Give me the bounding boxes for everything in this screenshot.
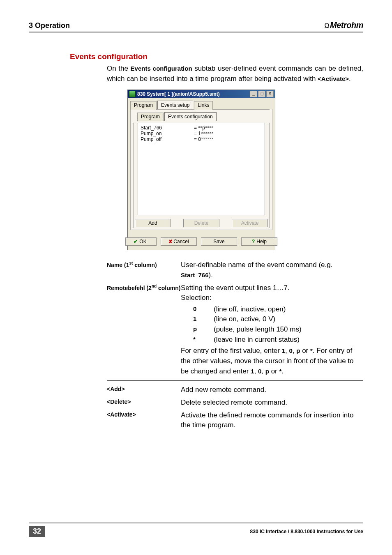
- t: .: [281, 367, 284, 375]
- intro-paragraph: On the Events configuration subtab user-…: [107, 64, 363, 84]
- delete-button[interactable]: Delete: [183, 219, 219, 227]
- brand-logo: ΩMetrohm: [325, 21, 363, 30]
- t: ,: [293, 347, 296, 355]
- option-row: p(pulse, pulse length 150 ms): [193, 325, 363, 335]
- close-button[interactable]: ×: [266, 91, 274, 97]
- body-text: User-definable name of the event command…: [181, 261, 332, 269]
- activate-button[interactable]: Activate: [232, 219, 268, 227]
- desc-activate-body: Activate the defined remote commands for…: [181, 410, 363, 431]
- desc-delete-label: <Delete>: [107, 398, 181, 408]
- brand-omega-icon: Ω: [325, 22, 329, 29]
- t: For entry of the first value, enter: [181, 347, 282, 355]
- dialog-buttons: ✔OK ✘Cancel Save ?Help: [128, 233, 275, 250]
- desc-remote-body: Setting the event output lines 1…7. Sele…: [181, 283, 363, 377]
- cancel-label: Cancel: [173, 239, 189, 244]
- event-value: = 1ˣˣˣˣˣˣ: [194, 131, 213, 136]
- check-icon: ✔: [134, 239, 138, 244]
- t: 1: [282, 347, 285, 354]
- list-buttons: Add Delete Activate: [134, 217, 269, 228]
- list-item[interactable]: Pump_on = 1ˣˣˣˣˣˣ: [141, 131, 262, 136]
- dialog-window: 830 System[ 1 ](anion\ASupp5.smt) _ ▢ × …: [127, 90, 275, 250]
- x-icon: ✘: [168, 239, 173, 244]
- event-name: Pump_on: [141, 131, 194, 136]
- t: 1: [251, 368, 254, 375]
- question-icon: ?: [252, 239, 255, 244]
- tab-events-setup[interactable]: Events setup: [157, 101, 193, 109]
- option-row: 1(line on, active, 0 V): [193, 314, 363, 325]
- t: p: [265, 368, 269, 375]
- minimize-button[interactable]: _: [250, 91, 257, 97]
- save-button[interactable]: Save: [201, 237, 237, 246]
- option-row: 0(line off, inactive, open): [193, 304, 363, 315]
- opt-val: (pulse, pulse length 150 ms): [214, 325, 363, 335]
- help-button[interactable]: ?Help: [241, 237, 277, 246]
- opt-key: *: [193, 335, 214, 345]
- remote-line2: Selection:: [181, 293, 363, 303]
- t: ,: [254, 367, 258, 375]
- page-footer: 32 830 IC Interface / 8.830.1003 Instruc…: [29, 523, 363, 537]
- tab-links[interactable]: Links: [194, 101, 213, 110]
- body-tail: ).: [209, 271, 213, 279]
- events-listbox[interactable]: Start_766 = ˣˣpˣˣˣˣ Pump_on = 1ˣˣˣˣˣˣ Pu…: [138, 123, 265, 215]
- desc-delete-body: Delete selected remote command.: [181, 398, 363, 408]
- desc-add-row: <Add> Add new remote command.: [107, 385, 363, 395]
- sub-panel: Start_766 = ˣˣpˣˣˣˣ Pump_on = 1ˣˣˣˣˣˣ Pu…: [133, 123, 270, 228]
- opt-key: 0: [193, 304, 214, 315]
- cancel-button[interactable]: ✘Cancel: [161, 237, 197, 246]
- footer-text: 830 IC Interface / 8.830.1003 Instructio…: [250, 529, 363, 534]
- subtab-program[interactable]: Program: [137, 113, 164, 121]
- ok-button[interactable]: ✔OK: [125, 237, 157, 246]
- remote-tail: For entry of the first value, enter 1, 0…: [181, 346, 363, 376]
- label-part: Name (1: [107, 262, 129, 268]
- opt-key: p: [193, 325, 214, 335]
- intro-text-3: .: [349, 75, 351, 83]
- subtab-events-configuration[interactable]: Events configuration: [164, 112, 217, 121]
- add-button[interactable]: Add: [135, 219, 171, 227]
- label-part: Remotebefehl (2: [107, 284, 152, 291]
- descriptions: Name (1st column) User-definable name of…: [107, 260, 363, 431]
- desc-activate-label: <Activate>: [107, 410, 181, 431]
- titlebar: 830 System[ 1 ](anion\ASupp5.smt) _ ▢ ×: [128, 90, 275, 98]
- desc-remote-label: Remotebefehl (2nd column): [107, 283, 181, 377]
- event-name: Start_766: [141, 125, 194, 131]
- intro-bold-1: Events configuration: [131, 65, 192, 72]
- intro-text-1: On the: [107, 64, 131, 72]
- event-value: = ˣˣpˣˣˣˣ: [194, 125, 213, 131]
- desc-activate-row: <Activate> Activate the defined remote c…: [107, 410, 363, 431]
- brand-text: Metrohm: [330, 21, 363, 30]
- t: ,: [261, 367, 265, 375]
- opt-val: (line on, active, 0 V): [214, 314, 363, 325]
- help-label: Help: [256, 239, 267, 244]
- desc-add-label: <Add>: [107, 385, 181, 395]
- header-section: 3 Operation: [29, 21, 70, 30]
- inner-panel: Program Events configuration Start_766 =…: [130, 109, 272, 230]
- tab-program[interactable]: Program: [130, 101, 157, 110]
- t: or: [300, 347, 310, 355]
- t: 0: [289, 347, 292, 354]
- section-heading: Events configuration: [70, 52, 363, 61]
- option-row: *(leave line in current status): [193, 335, 363, 345]
- desc-name-body: User-definable name of the event command…: [181, 260, 363, 280]
- page: 3 Operation ΩMetrohm Events configuratio…: [0, 0, 392, 555]
- desc-name-row: Name (1st column) User-definable name of…: [107, 260, 363, 280]
- desc-add-body: Add new remote command.: [181, 385, 363, 395]
- list-item[interactable]: Start_766 = ˣˣpˣˣˣˣ: [141, 125, 262, 131]
- app-icon: [129, 91, 136, 97]
- label-sup: nd: [152, 284, 157, 288]
- t: or: [269, 367, 279, 375]
- list-item[interactable]: Pump_off = 0ˣˣˣˣˣˣ: [141, 136, 262, 142]
- opt-key: 1: [193, 314, 214, 325]
- opt-val: (line off, inactive, open): [214, 304, 363, 315]
- desc-name-label: Name (1st column): [107, 260, 181, 280]
- top-tabstrip: Program Events setup Links: [128, 98, 275, 109]
- sub-tabstrip: Program Events configuration: [133, 109, 270, 121]
- desc-delete-row: <Delete> Delete selected remote command.: [107, 398, 363, 408]
- maximize-button[interactable]: ▢: [258, 91, 265, 97]
- opt-val: (leave line in current status): [214, 335, 363, 345]
- page-header: 3 Operation ΩMetrohm: [29, 21, 363, 32]
- label-tail: column): [157, 284, 180, 291]
- label-tail: column): [133, 262, 157, 268]
- event-value: = 0ˣˣˣˣˣˣ: [194, 136, 213, 142]
- desc-remote-row: Remotebefehl (2nd column) Setting the ev…: [107, 283, 363, 381]
- intro-bold-2: <Activate>: [318, 75, 349, 82]
